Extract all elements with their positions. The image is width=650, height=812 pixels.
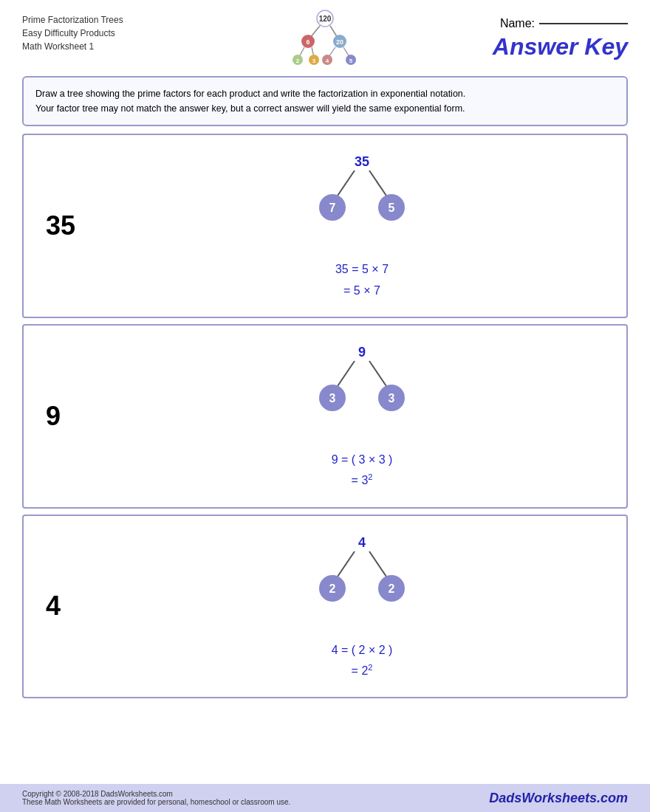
footer-left: Copyright © 2008-2018 DadsWorksheets.com… bbox=[22, 790, 290, 806]
problem-box-1: 35 35 7 5 35 = 5 × 7 = 5 × 7 bbox=[22, 134, 628, 318]
name-label: Name: bbox=[500, 17, 535, 30]
problem-number-2: 9 bbox=[31, 401, 105, 432]
header: Prime Factorization Trees Easy Difficult… bbox=[0, 0, 650, 76]
svg-text:35: 35 bbox=[355, 154, 369, 169]
problem-content-3: 4 2 2 4 = ( 2 × 2 ) = 22 bbox=[105, 531, 619, 683]
footer: Copyright © 2008-2018 DadsWorksheets.com… bbox=[0, 784, 650, 812]
svg-text:6: 6 bbox=[306, 38, 309, 46]
instructions-box: Draw a tree showing the prime factors fo… bbox=[22, 76, 628, 126]
problem-content-1: 35 7 5 35 = 5 × 7 = 5 × 7 bbox=[105, 150, 619, 302]
svg-text:7: 7 bbox=[329, 202, 336, 214]
tree-svg-3: 4 2 2 bbox=[288, 531, 436, 634]
problems-section: 35 35 7 5 35 = 5 × 7 = 5 × 7 bbox=[22, 134, 628, 704]
footer-copyright: Copyright © 2008-2018 DadsWorksheets.com bbox=[22, 790, 290, 798]
svg-text:3: 3 bbox=[389, 392, 395, 405]
factor-line1-3: 4 = ( 2 × 2 ) bbox=[332, 640, 393, 661]
title-line1: Prime Factorization Trees bbox=[22, 13, 277, 27]
instruction-line2: Your factor tree may not match the answe… bbox=[35, 101, 615, 116]
tree-svg-2: 9 3 3 bbox=[288, 340, 436, 444]
header-icon: 120 6 20 2 3 4 bbox=[292, 10, 358, 69]
svg-text:2: 2 bbox=[296, 58, 300, 64]
svg-text:120: 120 bbox=[319, 15, 332, 23]
mini-tree-svg: 120 6 20 2 3 4 bbox=[292, 10, 358, 69]
title-line3: Math Worksheet 1 bbox=[22, 40, 277, 53]
header-left: Prime Factorization Trees Easy Difficult… bbox=[22, 13, 277, 53]
svg-text:20: 20 bbox=[336, 38, 343, 46]
factorization-3: 4 = ( 2 × 2 ) = 22 bbox=[332, 640, 393, 683]
factor-line2-2: = 32 bbox=[332, 470, 393, 492]
svg-text:5: 5 bbox=[349, 58, 353, 64]
svg-text:5: 5 bbox=[389, 202, 395, 214]
svg-line-28 bbox=[336, 361, 355, 388]
svg-text:3: 3 bbox=[329, 392, 336, 405]
svg-text:4: 4 bbox=[326, 58, 329, 64]
name-underline bbox=[539, 23, 628, 24]
footer-note: These Math Worksheets are provided for p… bbox=[22, 798, 290, 806]
footer-brand: DadsWorksheets.com bbox=[489, 791, 628, 806]
tree-svg-1: 35 7 5 bbox=[288, 150, 436, 253]
svg-line-22 bbox=[369, 171, 388, 198]
problem-number-3: 4 bbox=[31, 591, 105, 622]
svg-text:3: 3 bbox=[312, 58, 316, 64]
factor-line1-1: 35 = 5 × 7 bbox=[335, 259, 389, 281]
problem-content-2: 9 3 3 9 = ( 3 × 3 ) = 32 bbox=[105, 340, 619, 492]
factorization-1: 35 = 5 × 7 = 5 × 7 bbox=[335, 259, 389, 302]
factorization-2: 9 = ( 3 × 3 ) = 32 bbox=[332, 450, 393, 492]
page: Prime Factorization Trees Easy Difficult… bbox=[0, 0, 650, 812]
answer-key-label: Answer Key bbox=[493, 33, 628, 61]
problem-box-3: 4 4 2 2 4 = ( 2 × 2 ) bbox=[22, 515, 628, 699]
svg-text:4: 4 bbox=[358, 535, 366, 550]
header-right: Name: Answer Key bbox=[373, 13, 628, 61]
title-line2: Easy Difficulty Products bbox=[22, 27, 277, 40]
svg-text:2: 2 bbox=[389, 582, 395, 595]
factor-line2-3: = 22 bbox=[332, 661, 393, 682]
factor-line1-2: 9 = ( 3 × 3 ) bbox=[332, 450, 393, 471]
svg-line-35 bbox=[336, 551, 355, 579]
factor-line2-1: = 5 × 7 bbox=[335, 281, 389, 302]
svg-line-29 bbox=[369, 361, 388, 388]
svg-text:9: 9 bbox=[358, 345, 366, 359]
instruction-line1: Draw a tree showing the prime factors fo… bbox=[35, 86, 615, 101]
svg-line-36 bbox=[369, 551, 388, 579]
svg-line-21 bbox=[336, 171, 355, 198]
svg-text:2: 2 bbox=[329, 582, 336, 595]
problem-box-2: 9 9 3 3 9 = ( 3 × 3 ) bbox=[22, 324, 628, 509]
problem-number-1: 35 bbox=[31, 210, 105, 241]
